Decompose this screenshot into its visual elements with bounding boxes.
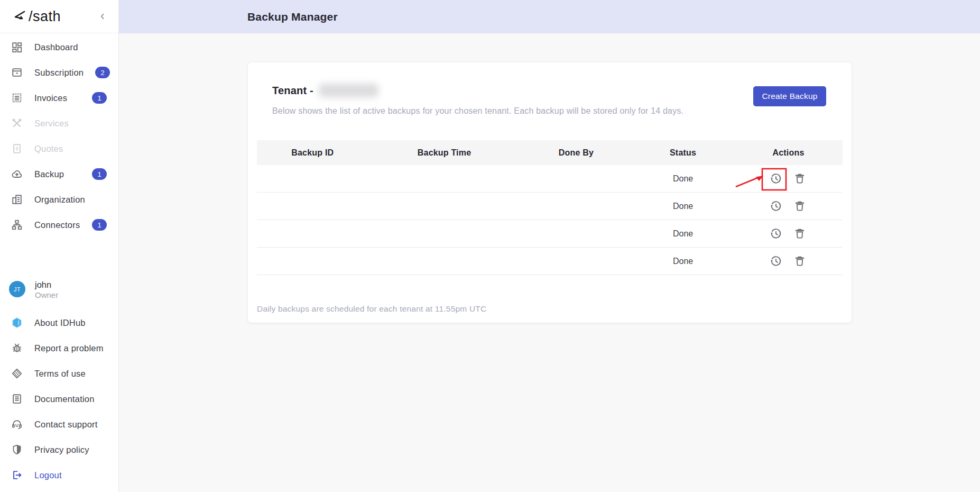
sidebar-header: /sath (0, 0, 118, 33)
sidebar-item-terms[interactable]: Terms of use (0, 361, 118, 386)
sidebar-item-label: Dashboard (34, 42, 109, 52)
sidebar-item-contact-support[interactable]: Contact support (0, 412, 118, 437)
services-tools-icon (11, 117, 23, 129)
svg-text:$: $ (15, 146, 18, 151)
invoice-icon (11, 92, 23, 104)
sidebar-item-label: Connectors (34, 220, 80, 230)
backup-card: Tenant - Below shows the list of active … (248, 62, 852, 323)
shield-icon (11, 444, 23, 455)
restore-backup-button[interactable] (769, 199, 783, 213)
trash-icon (793, 254, 806, 267)
backup-badge: 1 (92, 168, 107, 180)
delete-backup-button[interactable] (793, 199, 807, 213)
sidebar-item-label: Report a problem (34, 343, 109, 353)
sidebar-item-label: Terms of use (34, 369, 109, 379)
sidebar-item-backup[interactable]: Backup 1 (0, 161, 118, 187)
logout-icon (11, 469, 23, 481)
delete-backup-button[interactable] (793, 254, 807, 268)
restore-backup-button[interactable] (769, 227, 783, 241)
sath-logo: /sath (12, 8, 61, 25)
table-row: Done (257, 220, 843, 248)
restore-backup-button[interactable] (769, 172, 783, 186)
table-row: Done (257, 165, 843, 193)
restore-backup-button[interactable] (769, 254, 783, 268)
column-header-actions: Actions (734, 148, 843, 158)
column-header-backup-time: Backup Time (368, 148, 521, 158)
idhub-hexagon-icon (11, 317, 23, 329)
sidebar-item-subscription[interactable]: Subscription 2 (0, 60, 118, 85)
sidebar-item-label: Organization (34, 195, 109, 205)
avatar: JT (9, 281, 25, 297)
delete-backup-button[interactable] (793, 227, 807, 241)
trash-icon (793, 199, 806, 212)
status-value: Done (673, 229, 693, 238)
user-role: Owner (35, 290, 58, 299)
sidebar-item-label: Quotes (34, 144, 109, 154)
subscription-box-icon (11, 67, 23, 78)
trash-icon (793, 227, 806, 240)
card-subtitle: Below shows the list of active backups f… (272, 106, 829, 116)
sidebar-nav: Dashboard Subscription 2 Invoices 1 (0, 33, 118, 238)
create-backup-button[interactable]: Create Backup (753, 86, 826, 106)
column-header-backup-id: Backup ID (257, 148, 368, 158)
sidebar-item-quotes: $ Quotes (0, 136, 118, 161)
sidebar-item-label: Backup (34, 169, 80, 179)
tenant-name-redacted (319, 84, 378, 97)
sidebar-item-label: Contact support (34, 420, 109, 430)
sidebar-item-label: Logout (34, 470, 109, 480)
user-profile[interactable]: JT john Owner (0, 279, 118, 299)
bug-icon (11, 342, 23, 354)
sidebar-item-about-idhub[interactable]: About IDHub (0, 310, 118, 335)
sidebar-item-report-problem[interactable]: Report a problem (0, 335, 118, 361)
table-header-row: Backup ID Backup Time Done By Status Act… (257, 140, 843, 165)
subscription-badge: 2 (95, 67, 110, 78)
chevron-left-icon (98, 12, 107, 21)
sath-logo-text: /sath (29, 8, 61, 25)
invoices-badge: 1 (92, 92, 107, 104)
sidebar-item-organization[interactable]: Organization (0, 187, 118, 212)
sidebar-item-invoices[interactable]: Invoices 1 (0, 85, 118, 111)
sidebar-item-label: Subscription (34, 68, 84, 78)
status-value: Done (673, 257, 693, 266)
sidebar-collapse-button[interactable] (96, 10, 109, 23)
column-header-status: Status (632, 148, 734, 158)
sidebar-item-label: About IDHub (34, 318, 109, 328)
sidebar: /sath Dashboard Subscription (0, 0, 119, 492)
status-value: Done (673, 174, 693, 183)
backups-table: Backup ID Backup Time Done By Status Act… (257, 140, 843, 275)
table-row: Done (257, 193, 843, 220)
sidebar-item-label: Documentation (34, 394, 109, 404)
backup-cloud-icon (11, 168, 23, 180)
sidebar-footer-nav: About IDHub Report a problem (0, 310, 118, 488)
card-header: Tenant - Below shows the list of active … (272, 84, 829, 116)
backup-schedule-note: Daily backups are scheduled for each ten… (257, 304, 486, 314)
connectors-icon (11, 219, 23, 231)
trash-icon (793, 172, 806, 185)
sidebar-item-label: Privacy policy (34, 445, 109, 455)
sidebar-item-label: Invoices (34, 93, 80, 103)
sidebar-item-connectors[interactable]: Connectors 1 (0, 212, 118, 238)
restore-history-icon (769, 227, 783, 241)
connectors-badge: 1 (92, 219, 107, 231)
handshake-icon (11, 368, 23, 379)
column-header-done-by: Done By (521, 148, 632, 158)
sidebar-item-label: Services (34, 119, 109, 129)
restore-history-icon (769, 254, 783, 268)
headset-icon (11, 418, 23, 430)
tenant-label: Tenant - (272, 85, 313, 97)
sidebar-item-logout[interactable]: Logout (0, 462, 118, 488)
sidebar-item-services: Services (0, 111, 118, 136)
page-title: Backup Manager (247, 11, 338, 23)
delete-backup-button[interactable] (793, 172, 807, 186)
restore-history-icon (769, 199, 783, 213)
sath-logo-arrow-icon (12, 8, 27, 24)
restore-history-icon (769, 172, 783, 186)
topbar: Backup Manager (119, 0, 980, 33)
sidebar-item-privacy-policy[interactable]: Privacy policy (0, 437, 118, 462)
dashboard-icon (11, 41, 23, 53)
document-icon (11, 393, 23, 405)
status-value: Done (673, 202, 693, 211)
organization-icon (11, 194, 23, 205)
sidebar-item-dashboard[interactable]: Dashboard (0, 34, 118, 60)
sidebar-item-documentation[interactable]: Documentation (0, 386, 118, 412)
